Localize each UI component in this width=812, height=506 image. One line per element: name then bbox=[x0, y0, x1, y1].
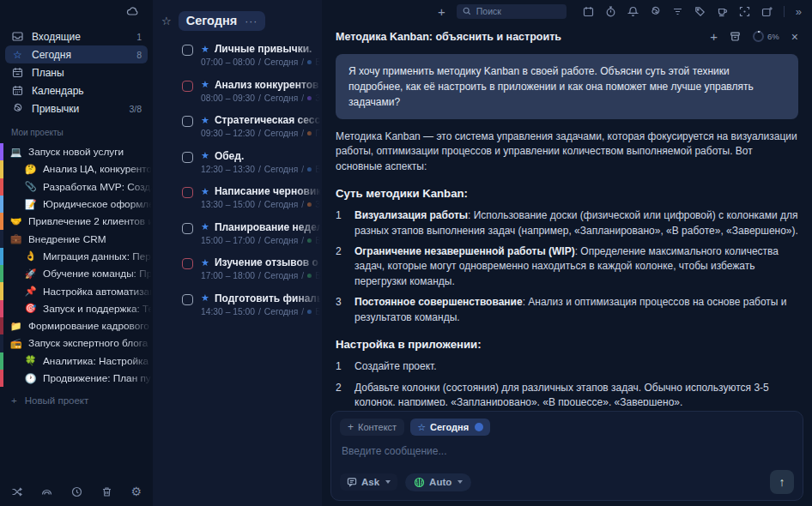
project-emoji-icon: 📻 bbox=[9, 338, 22, 349]
project-emoji-icon: 🍀 bbox=[24, 355, 37, 366]
message-composer: + Контекст ☆ Сегодня Ask bbox=[330, 411, 803, 501]
list-item: 2 Ограничение незавершенной работы (WIP)… bbox=[336, 244, 798, 289]
section-heading: Настройка в приложении: bbox=[336, 336, 798, 352]
task-checkbox[interactable] bbox=[182, 294, 193, 305]
list-menu-ellipsis-icon[interactable]: ··· bbox=[245, 15, 258, 27]
trash-icon[interactable] bbox=[101, 486, 112, 497]
today-star-icon: ★ bbox=[201, 150, 209, 161]
cup-icon[interactable] bbox=[717, 6, 728, 17]
project-item[interactable]: 📝 Юридическое оформление bbox=[0, 196, 153, 213]
task-row[interactable]: ★ Написание черновика пер 13:30 – 15:00/… bbox=[182, 185, 322, 209]
add-window-icon[interactable] bbox=[761, 6, 773, 17]
close-icon[interactable]: × bbox=[791, 30, 798, 44]
timer-icon[interactable] bbox=[605, 6, 616, 17]
search-box[interactable] bbox=[457, 4, 567, 19]
task-row[interactable]: ★ Планирование недели + об 15:00 – 17:00… bbox=[182, 221, 322, 245]
add-icon[interactable]: + bbox=[438, 4, 445, 19]
sidebar-item-plans[interactable]: Планы bbox=[5, 63, 148, 81]
project-item[interactable]: 💻 Запуск новой услуги bbox=[0, 143, 153, 160]
task-checkbox[interactable] bbox=[182, 223, 193, 234]
search-icon bbox=[463, 7, 471, 15]
new-project-button[interactable]: + Новый проект bbox=[0, 387, 153, 406]
task-row[interactable]: ★ Обед. 12:30 – 13:30/ Сегодня/ Без прое… bbox=[182, 150, 322, 174]
task-checkbox[interactable] bbox=[182, 258, 193, 269]
plans-calendar-icon bbox=[11, 67, 24, 78]
task-title: Написание черновика пер bbox=[215, 185, 322, 197]
tag-icon[interactable] bbox=[694, 6, 706, 17]
today-star-icon: ★ bbox=[201, 221, 209, 232]
archive-icon[interactable] bbox=[730, 31, 741, 42]
project-emoji-icon: 📁 bbox=[9, 321, 22, 332]
project-dot bbox=[307, 310, 312, 314]
task-checkbox[interactable] bbox=[182, 81, 193, 92]
filter-icon[interactable] bbox=[672, 6, 683, 17]
project-label: Анализ ЦА, конкурентов, це bbox=[43, 163, 153, 175]
send-button[interactable]: ↑ bbox=[770, 470, 794, 494]
project-dot bbox=[307, 202, 312, 207]
project-item[interactable]: 📌 Настройка автоматизации: bbox=[0, 282, 153, 299]
project-label: Юридическое оформление bbox=[43, 198, 153, 210]
bell-icon[interactable] bbox=[627, 6, 639, 17]
task-row[interactable]: ★ Стратегическая сессия с нов 09:30 – 12… bbox=[182, 114, 322, 138]
project-item[interactable]: 🤔 Анализ ЦА, конкурентов, це bbox=[0, 160, 153, 178]
project-item[interactable]: 👌 Миграция данных: Перенос bbox=[0, 248, 153, 265]
add-context-button[interactable]: + Контекст bbox=[340, 419, 404, 436]
project-label: Аналитика: Настройка метр bbox=[43, 355, 153, 367]
search-input[interactable] bbox=[476, 6, 561, 16]
message-input[interactable] bbox=[340, 436, 794, 470]
mode-selector-ask[interactable]: Ask bbox=[340, 473, 397, 491]
task-meta: 12:30 – 13:30/ Сегодня/ Без проект bbox=[201, 165, 322, 174]
project-item[interactable]: 📻 Запуск экспертного блога bbox=[0, 334, 153, 352]
project-label: Запуск экспертного блога bbox=[28, 337, 153, 349]
project-item[interactable]: 🕐 Продвижение: План публик bbox=[0, 370, 153, 387]
task-checkbox[interactable] bbox=[182, 152, 193, 163]
context-usage-indicator[interactable]: 6% bbox=[753, 31, 779, 42]
habits-spiral-icon[interactable] bbox=[650, 6, 661, 17]
project-item[interactable]: 📎 Разработка MVP: Создание bbox=[0, 178, 153, 196]
focus-icon[interactable] bbox=[739, 6, 750, 17]
project-color-stripe bbox=[0, 143, 3, 160]
project-item[interactable]: 🎯 Запуск и поддержка: Тестов bbox=[0, 300, 153, 317]
chat-bubble-icon bbox=[347, 477, 357, 487]
calendar-icon[interactable] bbox=[583, 6, 594, 17]
model-selector-auto[interactable]: Auto bbox=[405, 473, 471, 491]
task-checkbox[interactable] bbox=[182, 187, 193, 198]
project-item[interactable]: 🍀 Аналитика: Настройка метр bbox=[0, 352, 153, 370]
project-item[interactable]: 🤝 Привлечение 2 клиентов и bbox=[0, 213, 153, 230]
task-checkbox[interactable] bbox=[182, 45, 193, 56]
project-label: Запуск новой услуги bbox=[28, 146, 153, 158]
sidebar: Входящие 1 ☆ Сегодня 8 Планы К bbox=[0, 0, 153, 506]
new-chat-icon[interactable]: + bbox=[710, 29, 718, 44]
project-label: Привлечение 2 клиентов и bbox=[28, 215, 153, 227]
task-row[interactable]: ★ Подготовить финальную верс 14:30 – 15:… bbox=[182, 292, 322, 316]
sidebar-item-today[interactable]: ☆ Сегодня 8 bbox=[5, 45, 148, 63]
settings-gear-icon[interactable]: ⚙ bbox=[130, 486, 142, 497]
collapse-chevrons-icon[interactable]: » bbox=[796, 5, 802, 18]
task-meta: 09:30 – 12:30/ Сегодня/ Привлече bbox=[201, 129, 322, 138]
project-item[interactable]: 📁 Формирование кадрового р bbox=[0, 317, 153, 334]
sidebar-item-inbox[interactable]: Входящие 1 bbox=[5, 27, 148, 45]
task-checkbox[interactable] bbox=[182, 116, 193, 127]
list-title-chip[interactable]: Сегодня ··· bbox=[179, 11, 265, 31]
project-dot bbox=[307, 238, 312, 243]
context-chip-today[interactable]: ☆ Сегодня bbox=[410, 419, 490, 436]
project-item[interactable]: 💼 Внедрение CRM bbox=[0, 230, 153, 247]
arc-icon[interactable] bbox=[41, 486, 52, 497]
sidebar-item-habits[interactable]: Привычки 3/8 bbox=[5, 99, 148, 117]
project-item[interactable]: 🚀 Обучение команды: Провед bbox=[0, 265, 153, 282]
task-row[interactable]: ★ Изучение отзывов о CRM-сис 17:00 – 18:… bbox=[182, 256, 322, 280]
sidebar-item-calendar[interactable]: Календарь bbox=[5, 81, 148, 99]
inbox-icon bbox=[11, 31, 24, 42]
chip-toggle[interactable] bbox=[475, 423, 483, 431]
history-icon[interactable] bbox=[71, 486, 82, 497]
shuffle-icon[interactable] bbox=[11, 486, 22, 497]
task-row[interactable]: ★ Анализ конкурентов для нов 08:00 – 09:… bbox=[182, 79, 322, 103]
project-label: Запуск и поддержка: Тестов bbox=[43, 303, 153, 315]
sync-cloud-icon[interactable] bbox=[0, 0, 153, 21]
project-emoji-icon: 🎯 bbox=[24, 303, 37, 314]
new-project-label: Новый проект bbox=[25, 395, 89, 406]
project-emoji-icon: 🕐 bbox=[24, 373, 37, 384]
sidebar-item-count: 3/8 bbox=[129, 104, 142, 114]
task-row[interactable]: ★ Личные привычки. 07:00 – 08:00/ Сегодн… bbox=[182, 43, 322, 67]
project-emoji-icon: 🚀 bbox=[24, 268, 37, 280]
